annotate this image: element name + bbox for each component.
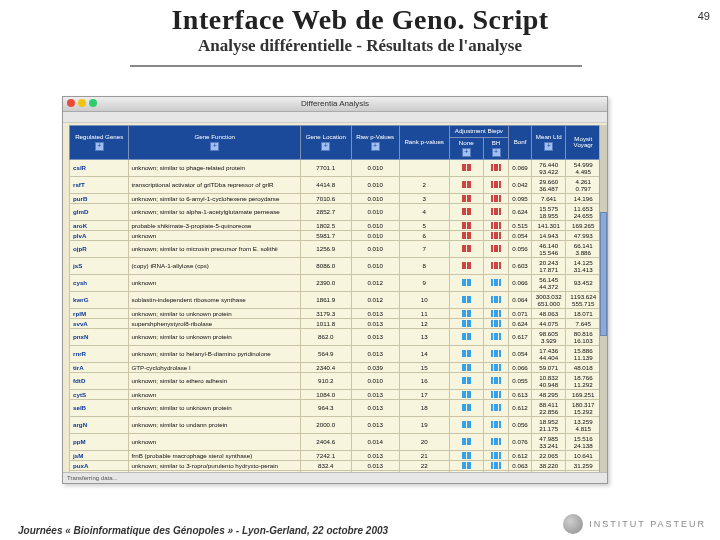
cell-bars[interactable] <box>449 176 483 193</box>
col-regulated-genes[interactable]: Regulated Genes+ <box>70 126 129 160</box>
col-gene-function[interactable]: Gene Function+ <box>129 126 300 160</box>
maximize-icon[interactable] <box>89 99 97 107</box>
cell-gene[interactable]: svvA <box>70 318 129 328</box>
table-row[interactable]: svvAsupershphenystyrol8-ribolase1011.80.… <box>70 318 601 328</box>
table-row[interactable]: tirAGTP-cyclohydrolase I2340.40.039150.0… <box>70 362 601 372</box>
table-row[interactable]: fdtDunknown; similar to ethero adhesin91… <box>70 372 601 389</box>
cell-bh[interactable] <box>483 308 508 318</box>
cell-bars[interactable] <box>449 220 483 230</box>
table-row[interactable]: cyshunknown2390.00.01290.06656.14544.372… <box>70 274 601 291</box>
cell-bh[interactable] <box>483 328 508 345</box>
col-mean-lfd[interactable]: Mean Lfd+ <box>531 126 565 160</box>
cell-bars[interactable] <box>449 308 483 318</box>
table-row[interactable]: glmDunknown; similar to alpha-1-acetylgl… <box>70 203 601 220</box>
cell-bars[interactable] <box>449 416 483 433</box>
cell-bh[interactable] <box>483 450 508 460</box>
col-gene-location[interactable]: Gene Location+ <box>300 126 351 160</box>
cell-bars[interactable] <box>449 240 483 257</box>
cell-gene[interactable]: fdtD <box>70 372 129 389</box>
cell-bars[interactable] <box>449 291 483 308</box>
cell-gene[interactable]: rnrR <box>70 345 129 362</box>
cell-bars[interactable] <box>449 257 483 274</box>
cell-bh[interactable] <box>483 416 508 433</box>
cell-bars[interactable] <box>449 362 483 372</box>
table-row[interactable]: selBunknown; similar to unknown protein9… <box>70 399 601 416</box>
cell-bh[interactable] <box>483 257 508 274</box>
table-row[interactable]: cslRunknown; similar to phage-related pr… <box>70 159 601 176</box>
cell-bars[interactable] <box>449 318 483 328</box>
cell-gene[interactable]: jsM <box>70 450 129 460</box>
table-row[interactable]: aroKprobable shikimate-3-propiate-5-quin… <box>70 220 601 230</box>
cell-bh[interactable] <box>483 460 508 470</box>
cell-bh[interactable] <box>483 399 508 416</box>
cell-bars[interactable] <box>449 328 483 345</box>
cell-bars[interactable] <box>449 203 483 220</box>
table-row[interactable]: pnxNunknown; similar to unknown protein8… <box>70 328 601 345</box>
table-row[interactable]: puxAunknown; similar to 3-ropro/purulent… <box>70 460 601 470</box>
cell-bars[interactable] <box>449 345 483 362</box>
cell-gene[interactable]: cslR <box>70 159 129 176</box>
cell-bh[interactable] <box>483 240 508 257</box>
minimize-icon[interactable] <box>78 99 86 107</box>
cell-bh[interactable] <box>483 345 508 362</box>
col-none[interactable]: None+ <box>449 137 483 159</box>
cell-bars[interactable] <box>449 274 483 291</box>
table-row[interactable]: ppMunknown2404.60.014200.07647.98533.241… <box>70 433 601 450</box>
cell-bars[interactable] <box>449 372 483 389</box>
close-icon[interactable] <box>67 99 75 107</box>
cell-gene[interactable]: rsfT <box>70 176 129 193</box>
table-row[interactable]: rnrRunknown; similar to helanyl-B-diamin… <box>70 345 601 362</box>
col-raw-pvalues[interactable]: Raw p-Values+ <box>351 126 399 160</box>
cell-gene[interactable]: cytS <box>70 389 129 399</box>
cell-gene[interactable]: tirA <box>70 362 129 372</box>
cell-gene[interactable]: jsS <box>70 257 129 274</box>
cell-bh[interactable] <box>483 193 508 203</box>
col-rank-pvalues[interactable]: Rank p-values <box>399 126 449 160</box>
col-moy-vincent[interactable]: MoysitVoyagr <box>566 126 601 160</box>
table-row[interactable]: rplMunknown; similar to unknown protein3… <box>70 308 601 318</box>
cell-gene[interactable]: purB <box>70 193 129 203</box>
cell-gene[interactable]: ojpR <box>70 240 129 257</box>
cell-bh[interactable] <box>483 318 508 328</box>
cell-bh[interactable] <box>483 372 508 389</box>
table-row[interactable]: jsMfrnB (probable macrophage sterol synt… <box>70 450 601 460</box>
cell-gene[interactable]: aroK <box>70 220 129 230</box>
cell-bars[interactable] <box>449 399 483 416</box>
cell-bars[interactable] <box>449 389 483 399</box>
cell-bh[interactable] <box>483 433 508 450</box>
cell-gene[interactable]: argN <box>70 416 129 433</box>
cell-bh[interactable] <box>483 230 508 240</box>
cell-gene[interactable]: puxA <box>70 460 129 470</box>
cell-gene[interactable]: plvA <box>70 230 129 240</box>
cell-bh[interactable] <box>483 389 508 399</box>
table-row[interactable]: plvAunknown5981.70.01060.05414.94347.993 <box>70 230 601 240</box>
cell-gene[interactable]: selB <box>70 399 129 416</box>
table-row[interactable]: purBunknown; similar to 6-amyl-1-cyclohe… <box>70 193 601 203</box>
cell-bars[interactable] <box>449 230 483 240</box>
cell-bh[interactable] <box>483 362 508 372</box>
cell-bh[interactable] <box>483 274 508 291</box>
cell-bars[interactable] <box>449 159 483 176</box>
vertical-scrollbar[interactable] <box>599 125 607 473</box>
cell-gene[interactable]: glmD <box>70 203 129 220</box>
cell-bh[interactable] <box>483 291 508 308</box>
table-row[interactable]: argNunknown; similar to undann protein20… <box>70 416 601 433</box>
table-row[interactable]: kwrGsoblastin-independent ribosome synth… <box>70 291 601 308</box>
cell-bars[interactable] <box>449 460 483 470</box>
table-row[interactable]: cytSunknown1084.00.013170.61348.295169.2… <box>70 389 601 399</box>
cell-gene[interactable]: kwrG <box>70 291 129 308</box>
cell-bars[interactable] <box>449 193 483 203</box>
cell-gene[interactable]: rplM <box>70 308 129 318</box>
col-bh[interactable]: BH+ <box>483 137 508 159</box>
cell-gene[interactable]: cysh <box>70 274 129 291</box>
table-row[interactable]: jsS(copy) tRNA-1-allylose (cps)8086.00.0… <box>70 257 601 274</box>
scrollbar-thumb[interactable] <box>600 212 607 336</box>
cell-bars[interactable] <box>449 433 483 450</box>
table-row[interactable]: rsfTtranscriptional activator of grlTDba… <box>70 176 601 193</box>
cell-bh[interactable] <box>483 159 508 176</box>
cell-bh[interactable] <box>483 203 508 220</box>
cell-bh[interactable] <box>483 176 508 193</box>
cell-bh[interactable] <box>483 220 508 230</box>
cell-gene[interactable]: ppM <box>70 433 129 450</box>
col-bonf[interactable]: Bonf <box>509 126 532 160</box>
